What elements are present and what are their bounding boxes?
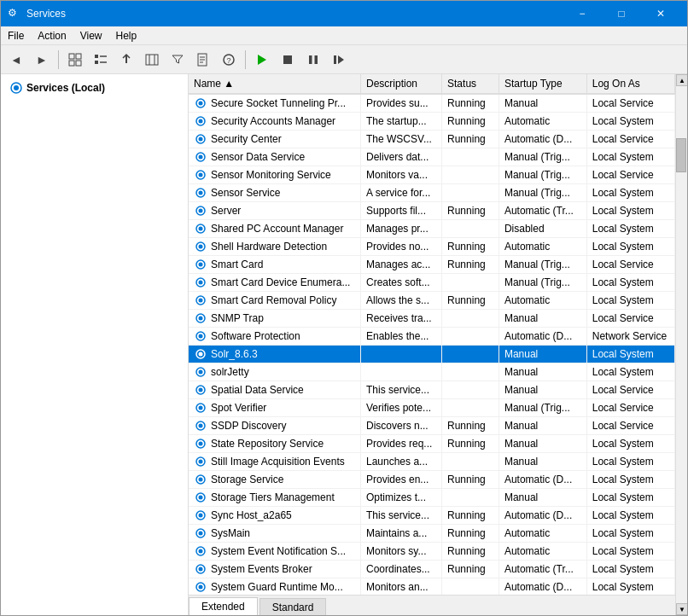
table-row[interactable]: Solr_8.6.3 ManualLocal System	[189, 346, 675, 363]
col-header-logon[interactable]: Log On As	[586, 74, 674, 94]
show-hide-button[interactable]	[63, 49, 87, 71]
button6[interactable]	[191, 49, 215, 71]
table-row[interactable]: Sensor Data Service Delivers dat...Manua…	[189, 148, 675, 166]
table-row[interactable]: Smart Card Manages ac...RunningManual (T…	[189, 256, 675, 274]
cell-desc: Maintains a...	[361, 525, 442, 543]
table-row[interactable]: Smart Card Removal Policy Allows the s..…	[189, 292, 675, 310]
table-row[interactable]: Sensor Service A service for...Manual (T…	[189, 184, 675, 202]
cell-status: Running	[442, 417, 499, 435]
svg-rect-0	[69, 54, 74, 59]
svg-rect-6	[95, 61, 98, 64]
table-row[interactable]: Server Supports fil...RunningAutomatic (…	[189, 202, 675, 220]
cell-status	[442, 310, 499, 328]
cell-logon: Local System	[586, 148, 674, 166]
table-row[interactable]: Still Image Acquisition Events Launches …	[189, 453, 675, 471]
table-row[interactable]: SNMP Trap Receives tra...ManualLocal Ser…	[189, 310, 675, 328]
table-row[interactable]: Smart Card Device Enumera... Creates sof…	[189, 274, 675, 292]
table-row[interactable]: Spatial Data Service This service...Manu…	[189, 381, 675, 399]
menu-view[interactable]: View	[73, 28, 109, 44]
table-row[interactable]: solrJetty ManualLocal System	[189, 363, 675, 381]
forward-button[interactable]: ►	[30, 49, 54, 71]
table-row[interactable]: System Guard Runtime Mo... Monitors an..…	[189, 578, 675, 596]
table-row[interactable]: Software Protection Enables the...Automa…	[189, 328, 675, 346]
scroll-track[interactable]	[676, 86, 687, 603]
cell-name: Sensor Data Service	[189, 148, 361, 166]
stop-button[interactable]	[276, 49, 300, 71]
button2[interactable]	[89, 49, 113, 71]
cell-desc: Provides no...	[361, 238, 442, 256]
cell-status	[442, 328, 499, 346]
close-button[interactable]: ✕	[641, 1, 680, 26]
cell-name: Shell Hardware Detection	[189, 238, 361, 256]
col-header-startup[interactable]: Startup Type	[499, 74, 586, 94]
cell-desc: This service...	[361, 381, 442, 399]
svg-rect-3	[76, 61, 81, 66]
cell-desc	[361, 346, 442, 363]
table-row[interactable]: System Events Broker Coordinates...Runni…	[189, 561, 675, 578]
cell-logon: Local System	[586, 471, 674, 489]
cell-desc: A service for...	[361, 184, 442, 202]
scroll-up-button[interactable]: ▲	[676, 74, 687, 86]
service-icon	[194, 526, 207, 540]
menu-help[interactable]: Help	[109, 28, 144, 44]
table-row[interactable]: Shared PC Account Manager Manages pr...D…	[189, 220, 675, 238]
col-header-status[interactable]: Status	[442, 74, 499, 94]
cell-name: System Events Broker	[189, 561, 361, 578]
table-row[interactable]: Storage Tiers Management Optimizes t...M…	[189, 489, 675, 507]
resume-button[interactable]	[327, 49, 351, 71]
cell-status: Running	[442, 525, 499, 543]
cell-status	[442, 489, 499, 507]
menu-file[interactable]: File	[1, 28, 31, 44]
pause-button[interactable]	[301, 49, 325, 71]
button4[interactable]	[140, 49, 164, 71]
col-header-desc[interactable]: Description	[361, 74, 442, 94]
service-icon	[194, 491, 207, 504]
tab-standard[interactable]: Standard	[259, 598, 327, 615]
cell-desc: Manages ac...	[361, 256, 442, 274]
menu-action[interactable]: Action	[31, 28, 73, 44]
table-row[interactable]: SysMain Maintains a...RunningAutomaticLo…	[189, 525, 675, 543]
table-row[interactable]: SSDP Discovery Discovers n...RunningManu…	[189, 417, 675, 435]
cell-startup: Automatic (D...	[499, 328, 586, 346]
cell-logon: Local System	[586, 453, 674, 471]
table-row[interactable]: Security Center The WSCSV...RunningAutom…	[189, 131, 675, 148]
table-row[interactable]: Storage Service Provides en...RunningAut…	[189, 471, 675, 489]
cell-logon: Local System	[586, 578, 674, 596]
cell-startup: Automatic (D...	[499, 471, 586, 489]
scrollbar[interactable]: ▲ ▼	[675, 74, 687, 615]
table-row[interactable]: Sensor Monitoring Service Monitors va...…	[189, 166, 675, 184]
col-header-name[interactable]: Name ▲	[189, 74, 361, 94]
cell-status: Running	[442, 561, 499, 578]
tab-extended[interactable]: Extended	[189, 597, 258, 615]
table-row[interactable]: Spot Verifier Verifies pote...Manual (Tr…	[189, 399, 675, 417]
table-row[interactable]: Sync Host_a2a65 This service...RunningAu…	[189, 507, 675, 525]
minimize-button[interactable]: −	[563, 1, 602, 26]
cell-name: Shared PC Account Manager	[189, 220, 361, 238]
cell-logon: Local Service	[586, 256, 674, 274]
cell-status: Running	[442, 435, 499, 453]
back-button[interactable]: ◄	[4, 49, 28, 71]
cell-startup: Manual	[499, 417, 586, 435]
cell-desc: This service...	[361, 507, 442, 525]
button5[interactable]	[166, 49, 189, 71]
svg-point-37	[199, 191, 203, 195]
maximize-button[interactable]: □	[602, 1, 641, 26]
scroll-down-button[interactable]: ▼	[676, 603, 687, 615]
table-row[interactable]: Security Accounts Manager The startup...…	[189, 113, 675, 131]
table-row[interactable]: System Event Notification S... Monitors …	[189, 543, 675, 561]
service-icon	[194, 150, 207, 164]
cell-name: Server	[189, 202, 361, 220]
cell-startup: Automatic (D...	[499, 131, 586, 148]
services-table-container[interactable]: Name ▲ Description Status Startup Type	[189, 74, 675, 595]
table-row[interactable]: Secure Socket Tunneling Pr... Provides s…	[189, 94, 675, 113]
scroll-thumb[interactable]	[676, 138, 686, 172]
button7[interactable]: ?	[217, 49, 241, 71]
table-row[interactable]: Shell Hardware Detection Provides no...R…	[189, 238, 675, 256]
cell-status	[442, 381, 499, 399]
service-icon	[194, 455, 207, 468]
cell-startup: Manual (Trig...	[499, 184, 586, 202]
button3[interactable]	[114, 49, 138, 71]
table-row[interactable]: State Repository Service Provides req...…	[189, 435, 675, 453]
svg-rect-9	[146, 55, 158, 65]
play-button[interactable]	[250, 49, 274, 71]
